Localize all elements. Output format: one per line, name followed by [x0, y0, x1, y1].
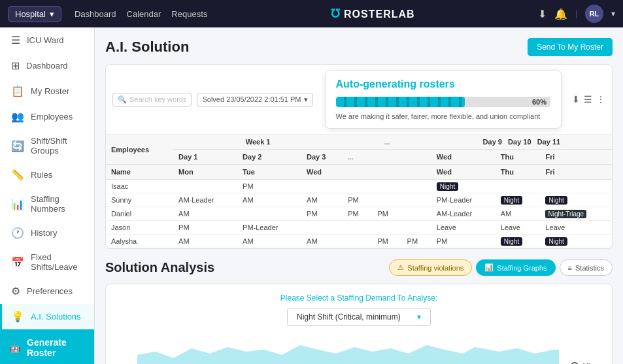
wed-col: Wed — [301, 165, 343, 180]
date-dropdown[interactable]: Solved 23/05/2022 2:01:51 PM ▾ — [197, 93, 312, 107]
avatar-chevron[interactable]: ▾ — [611, 9, 615, 18]
send-roster-button[interactable]: Send To My Roster — [528, 38, 613, 56]
history-icon: 🕐 — [11, 227, 24, 239]
dropdown-arrow: ▾ — [304, 95, 308, 104]
sidebar-item-shift-groups[interactable]: 🔄 Shift/Shift Groups — [0, 129, 94, 162]
day3-col: Day 3 — [301, 150, 343, 165]
sidebar-item-rules[interactable]: 📏 Rules — [0, 162, 94, 188]
progress-label: 60% — [532, 97, 547, 107]
nav-requests[interactable]: Requests — [171, 9, 207, 19]
roster-table-wrapper: Employees Week 1 ... Day 9 Day 10 Day 11… — [106, 135, 612, 248]
roster-icon: 📋 — [11, 85, 24, 97]
roster-toolbar: 🔍 Search key words Solved 23/05/2022 2:0… — [106, 65, 612, 135]
sidebar-item-employees[interactable]: 👥 Employees — [0, 104, 94, 129]
stats-icon: ≡ — [568, 264, 572, 272]
day2-col: Day 2 — [237, 150, 301, 165]
table-row: Jason PM PM-Leader Leave Leave Leave — [106, 221, 612, 235]
statistics-label: Statistics — [575, 264, 604, 272]
sidebar-label-ai-solutions: A.I. Solutions — [31, 312, 81, 322]
nav-dashboard[interactable]: Dashboard — [75, 9, 116, 19]
graph-icon: 📊 — [484, 263, 494, 272]
sidebar-label-preferences: Preferences — [27, 286, 73, 296]
grid-icon: ⊞ — [11, 59, 20, 72]
tab-staffing-graphs[interactable]: 📊 Staffing Graphs — [476, 259, 555, 276]
col-dots: ... — [343, 135, 431, 150]
settings-icon: ⚙ — [11, 285, 20, 297]
sidebar-item-my-roster[interactable]: 📋 My Roster — [0, 78, 94, 104]
ext-fri-col: Fri — [540, 165, 612, 180]
search-placeholder: Search key words — [129, 95, 186, 103]
tab-statistics[interactable]: ≡ Statistics — [560, 259, 613, 276]
auto-gen-title: Auto-generating rosters — [336, 78, 551, 90]
graphs-label: Staffing Graphs — [497, 264, 547, 272]
sidebar-label-icu-ward: ICU Ward — [27, 35, 64, 45]
roster-container: 🔍 Search key words Solved 23/05/2022 2:0… — [105, 64, 613, 249]
staffing-icon: 📊 — [11, 198, 24, 210]
week1-header: Week 1 — [173, 135, 343, 150]
sidebar-label-dashboard: Dashboard — [26, 61, 68, 71]
demand-dropdown-wrapper: Night Shift (Critical, minimum) ▾ — [115, 308, 603, 326]
violations-label: Staffing violations — [407, 264, 463, 272]
table-row: Daniel AM PM PMPM AM-Leader AM Night-Tri… — [106, 207, 612, 221]
name-col: Name — [106, 165, 173, 180]
nav-right: ⬇ 🔔 | RL ▾ — [538, 5, 615, 23]
day9-col: Wed — [431, 150, 496, 165]
date-label: Solved 23/05/2022 2:01:51 PM — [202, 95, 301, 103]
table-row: Aalysha AM AM AM PMPM PM Night Night — [106, 235, 612, 248]
generate-roster-button[interactable]: 🤖 Generate Roster — [0, 329, 94, 364]
demand-selected: Night Shift (Critical, minimum) — [297, 312, 401, 322]
nav-calendar[interactable]: Calendar — [127, 9, 161, 19]
sidebar-item-history[interactable]: 🕐 History — [0, 220, 94, 246]
sidebar-item-preferences[interactable]: ⚙ Preferences — [0, 278, 94, 304]
sidebar-label-my-roster: My Roster — [31, 86, 69, 96]
avatar[interactable]: RL — [585, 5, 603, 23]
roster-table: Employees Week 1 ... Day 9 Day 10 Day 11… — [106, 135, 612, 248]
nav-links: Dashboard Calendar Requests — [75, 9, 207, 19]
sidebar-item-staffing-numbers[interactable]: 📊 Staffing Numbers — [0, 188, 94, 220]
day10-col: Thu — [496, 150, 541, 165]
rules-icon: 📏 — [11, 169, 24, 181]
table-row: Isaac PM Night — [106, 180, 612, 193]
download-table-icon[interactable]: ⬇ — [572, 94, 580, 105]
tue-col: Tue — [237, 165, 301, 180]
sidebar-item-icu-ward[interactable]: ☰ ICU Ward — [0, 27, 94, 53]
menu-icon: ☰ — [11, 34, 20, 46]
auto-gen-desc: We are making it safer, fairer, more fle… — [336, 112, 551, 120]
grid-view-icon[interactable]: ☰ — [584, 94, 592, 105]
auto-gen-banner: Auto-generating rosters 60% We are makin… — [325, 70, 562, 129]
sidebar-item-fixed-shifts[interactable]: 📅 Fixed Shifts/Leave — [0, 246, 94, 278]
sidebar-label-fixed-shifts: Fixed Shifts/Leave — [31, 252, 85, 272]
more-options-icon[interactable]: ⋮ — [596, 94, 605, 105]
solution-analysis-header: Solution Analysis ⚠ Staffing violations … — [105, 259, 613, 276]
ext-thu-col: Thu — [496, 165, 541, 180]
bell-icon[interactable]: 🔔 — [554, 8, 567, 20]
chevron-down-icon: ▾ — [50, 9, 54, 19]
tab-violations[interactable]: ⚠ Staffing violations — [389, 259, 472, 276]
search-box[interactable]: 🔍 Search key words — [112, 93, 192, 107]
sidebar-label-staffing-numbers: Staffing Numbers — [31, 194, 85, 214]
logo: ℧ ROSTERLAB — [220, 7, 525, 21]
demand-select[interactable]: Night Shift (Critical, minimum) ▾ — [287, 308, 431, 326]
sidebar-item-dashboard[interactable]: ⊞ Dashboard — [0, 53, 94, 78]
hospital-dropdown[interactable]: Hospital ▾ — [8, 6, 61, 22]
emp-name: Aalysha — [106, 235, 173, 248]
search-icon: 🔍 — [118, 95, 127, 104]
main-layout: ☰ ICU Ward ⊞ Dashboard 📋 My Roster 👥 Emp… — [0, 27, 623, 364]
emp-name: Jason — [106, 221, 173, 235]
generate-label: Generate Roster — [27, 337, 85, 358]
mon-col: Mon — [173, 165, 237, 180]
y-axis-label: Staffing Numbers — [115, 335, 131, 364]
sidebar-label-employees: Employees — [31, 112, 73, 122]
legend-min: Min — [571, 362, 603, 365]
svg-marker-1 — [137, 345, 559, 364]
people-icon: 👥 — [11, 110, 24, 123]
ai-solution-header: A.I. Solution Send To My Roster — [105, 38, 613, 56]
download-icon[interactable]: ⬇ — [538, 8, 547, 20]
sidebar-label-shift-groups: Shift/Shift Groups — [31, 136, 85, 156]
sidebar-label-history: History — [31, 228, 57, 238]
middle-cols: ... — [343, 150, 431, 165]
sidebar-item-ai-solutions[interactable]: 💡 A.I. Solutions — [0, 304, 94, 329]
warning-icon: ⚠ — [397, 263, 404, 272]
chart-legend: Min Max Ideal Actual — [565, 335, 603, 364]
analysis-tabs: ⚠ Staffing violations 📊 Staffing Graphs … — [389, 259, 613, 276]
